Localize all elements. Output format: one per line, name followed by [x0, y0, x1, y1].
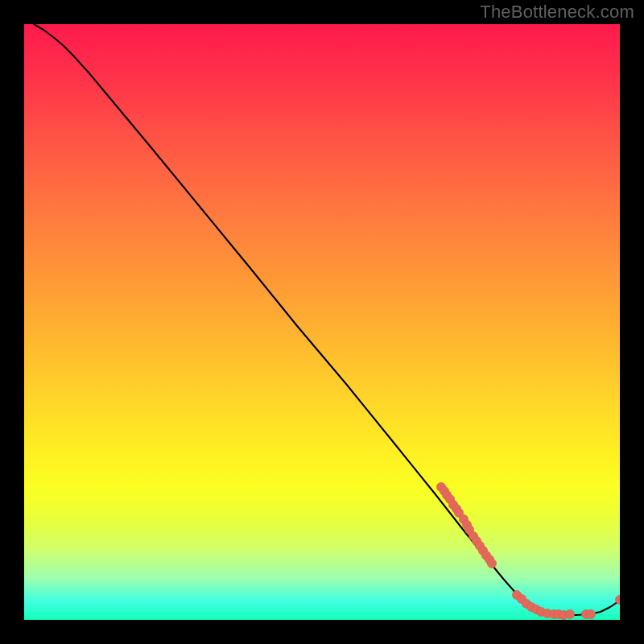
plot-area [24, 24, 620, 620]
data-point [487, 559, 496, 568]
data-point [565, 609, 574, 618]
data-point [586, 609, 595, 618]
watermark: TheBottleneck.com [480, 2, 634, 23]
chart-svg [24, 24, 620, 620]
chart-frame: TheBottleneck.com [0, 0, 644, 644]
bottleneck-curve [34, 24, 620, 615]
data-dots [436, 482, 620, 619]
